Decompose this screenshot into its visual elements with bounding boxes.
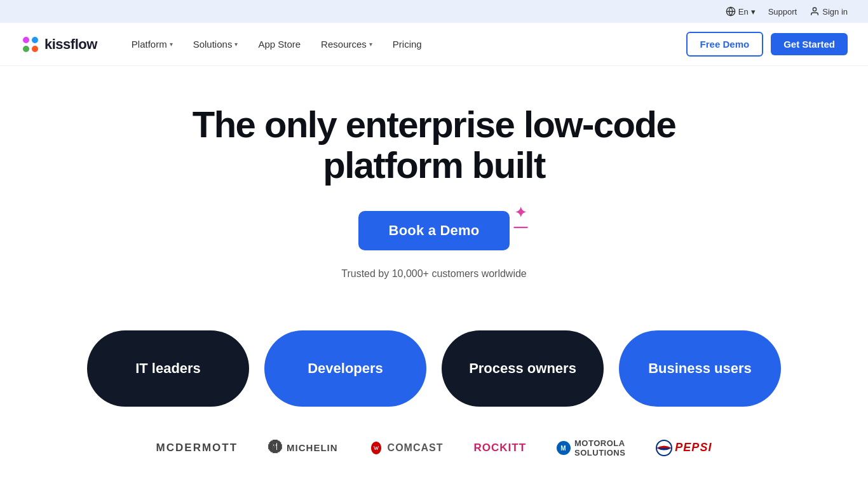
language-selector[interactable]: En ▾ <box>726 6 756 17</box>
nav-actions: Free Demo Get Started <box>686 32 848 57</box>
nav-platform-label: Platform <box>132 39 167 50</box>
comcast-label: COMCAST <box>388 442 444 454</box>
signin-link[interactable]: Sign in <box>810 6 848 17</box>
nav-appstore[interactable]: App Store <box>249 34 309 55</box>
svg-point-5 <box>32 46 38 52</box>
nav-appstore-label: App Store <box>258 39 301 50</box>
language-label: En <box>738 7 749 17</box>
topbar: En ▾ Support Sign in <box>0 0 868 23</box>
get-started-button[interactable]: Get Started <box>771 33 848 55</box>
svg-point-3 <box>32 37 38 43</box>
pepsi-icon <box>656 440 672 456</box>
michelin-man-icon: 🅜 <box>268 440 283 456</box>
nav-pricing-label: Pricing <box>393 39 422 50</box>
audience-pill-developers-label: Developers <box>308 360 383 377</box>
svg-text:M: M <box>560 445 566 452</box>
client-logo-pepsico: pepsi <box>656 440 712 456</box>
book-demo-button[interactable]: Book a Demo <box>358 211 510 250</box>
trust-text: Trusted by 10,000+ customers worldwide <box>341 268 527 280</box>
hero-title: The only enterprise low-code platform bu… <box>148 104 720 186</box>
support-label: Support <box>768 7 797 17</box>
nav-resources[interactable]: Resources ▾ <box>312 34 381 55</box>
nav-links: Platform ▾ Solutions ▾ App Store Resourc… <box>123 34 686 55</box>
svg-point-1 <box>813 8 817 11</box>
support-link[interactable]: Support <box>768 7 797 17</box>
comcast-icon <box>369 440 384 456</box>
motorola-label: MOTOROLASOLUTIONS <box>574 438 625 458</box>
logo[interactable]: kissflow <box>20 34 97 55</box>
client-logo-mcdermott: MCDERMOTT <box>156 442 238 454</box>
audience-pill-process-owners-label: Process owners <box>469 360 576 377</box>
sparkle-icon: ✦— <box>513 206 527 234</box>
free-demo-button[interactable]: Free Demo <box>686 32 764 57</box>
nav-platform-chevron: ▾ <box>170 41 173 48</box>
language-chevron: ▾ <box>751 7 756 17</box>
nav-resources-label: Resources <box>321 39 367 50</box>
client-logo-rockitt: rockitt <box>473 442 526 454</box>
audience-pill-it-leaders[interactable]: IT leaders <box>87 330 249 407</box>
signin-label: Sign in <box>822 7 848 17</box>
client-logo-comcast: COMCAST <box>369 440 444 456</box>
svg-point-2 <box>23 37 29 43</box>
client-logo-michelin: 🅜 MICHELIN <box>268 440 338 456</box>
nav-pricing[interactable]: Pricing <box>384 34 431 55</box>
navbar: kissflow Platform ▾ Solutions ▾ App Stor… <box>0 23 868 66</box>
audience-section: IT leaders Developers Process owners Bus… <box>0 305 868 419</box>
nav-resources-chevron: ▾ <box>369 41 372 48</box>
client-logos-bar: MCDERMOTT 🅜 MICHELIN COMCAST rockitt M M… <box>0 419 868 477</box>
audience-pill-process-owners[interactable]: Process owners <box>442 330 604 407</box>
nav-solutions-chevron: ▾ <box>234 41 238 48</box>
client-logo-motorola: M MOTOROLASOLUTIONS <box>557 438 625 458</box>
audience-pill-it-leaders-label: IT leaders <box>135 360 201 377</box>
audience-pill-developers[interactable]: Developers <box>264 330 426 407</box>
svg-point-4 <box>23 46 29 52</box>
hero-cta-area: Book a Demo ✦— <box>358 211 510 250</box>
nav-platform[interactable]: Platform ▾ <box>123 34 182 55</box>
audience-pill-business-users-label: Business users <box>648 360 752 377</box>
motorola-icon: M <box>557 441 571 455</box>
logo-text: kissflow <box>44 36 97 53</box>
hero-section: The only enterprise low-code platform bu… <box>0 66 868 305</box>
nav-solutions[interactable]: Solutions ▾ <box>184 34 247 55</box>
pepsico-label: pepsi <box>675 441 712 454</box>
nav-solutions-label: Solutions <box>193 39 233 50</box>
audience-pill-business-users[interactable]: Business users <box>619 330 781 407</box>
